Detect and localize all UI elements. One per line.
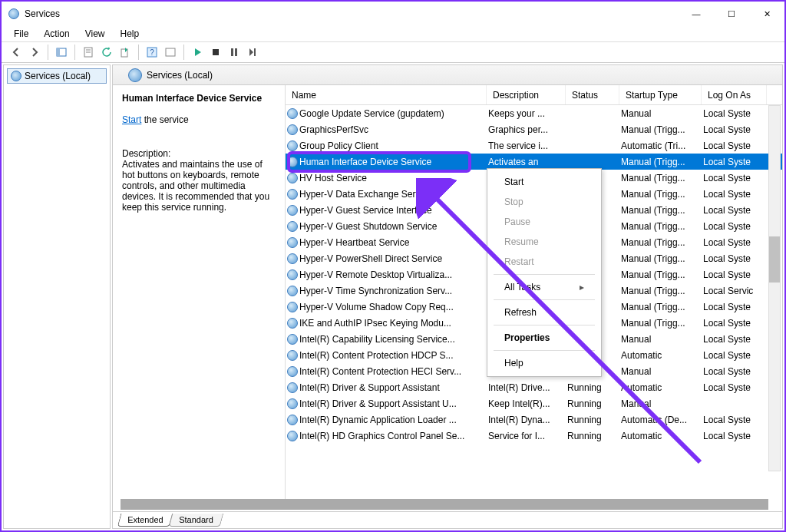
pause-service-button[interactable] <box>226 44 243 61</box>
gear-icon <box>287 124 298 135</box>
table-row[interactable]: Intel(R) Driver & Support AssistantIntel… <box>286 379 782 395</box>
svg-rect-1 <box>57 48 60 56</box>
service-logon: Local Syste <box>702 205 767 216</box>
help2-button[interactable] <box>162 44 179 61</box>
svg-text:?: ? <box>150 48 154 57</box>
service-name: Human Interface Device Service <box>299 157 431 167</box>
table-row[interactable]: Group Policy ClientThe service i...Autom… <box>286 137 782 154</box>
service-startup: Manual (Trigg... <box>619 124 702 135</box>
gear-icon <box>287 398 298 409</box>
service-startup: Automatic <box>619 350 702 361</box>
service-name: Hyper-V Heartbeat Service <box>299 237 409 248</box>
table-row[interactable]: Human Interface Device ServiceActivates … <box>286 154 782 170</box>
right-header: Services (Local) <box>113 65 782 85</box>
service-name: GraphicsPerfSvc <box>299 124 368 135</box>
right-header-label: Services (Local) <box>147 70 213 81</box>
tab-extended[interactable]: Extended <box>117 514 173 527</box>
col-startup-type[interactable]: Startup Type <box>619 85 702 104</box>
service-logon: Local Syste <box>702 334 767 345</box>
horizontal-scrollbar[interactable] <box>121 499 768 510</box>
tree-root-node[interactable]: Services (Local) <box>7 68 107 84</box>
service-desc: Graphics per... <box>487 124 566 135</box>
table-row[interactable]: GraphicsPerfSvcGraphics per...Manual (Tr… <box>286 121 782 137</box>
menu-help[interactable]: Help <box>114 27 146 41</box>
gear-icon <box>287 431 298 441</box>
properties-button[interactable] <box>80 44 97 61</box>
title-bar: Services — ☐ ✕ <box>2 2 784 26</box>
table-row[interactable]: Intel(R) Dynamic Application Loader ...I… <box>286 411 782 428</box>
service-startup: Manual (Trigg... <box>619 237 702 248</box>
table-row[interactable]: Intel(R) Driver & Support Assistant U...… <box>286 395 782 411</box>
help-button[interactable]: ? <box>144 44 160 61</box>
service-desc: Intel(R) Dyna... <box>487 415 566 425</box>
stop-service-button[interactable] <box>207 44 224 61</box>
service-name: IKE and AuthIP IPsec Keying Modu... <box>299 318 451 329</box>
column-headers: Name Description Status Startup Type Log… <box>286 85 782 105</box>
col-logon-as[interactable]: Log On As <box>702 85 767 104</box>
service-logon: Local Syste <box>702 108 767 119</box>
gear-icon <box>287 189 298 200</box>
service-logon: Local Syste <box>702 318 767 329</box>
service-logon: Local Syste <box>702 366 767 377</box>
maximize-button[interactable]: ☐ <box>714 2 749 26</box>
service-status: Running <box>566 431 619 441</box>
forward-button[interactable] <box>26 44 43 61</box>
col-status[interactable]: Status <box>566 85 619 104</box>
service-name: HV Host Service <box>299 173 367 183</box>
tab-standard[interactable]: Standard <box>169 514 223 527</box>
service-startup: Automatic (De... <box>619 415 702 425</box>
ctx-help[interactable]: Help <box>489 353 599 373</box>
menu-bar: File Action View Help <box>2 26 784 41</box>
menu-view[interactable]: View <box>79 27 111 41</box>
gear-icon <box>287 318 298 329</box>
services-list[interactable]: Name Description Status Startup Type Log… <box>286 85 782 499</box>
service-name: Intel(R) Content Protection HDCP S... <box>299 350 454 361</box>
ctx-pause: Pause <box>489 212 599 232</box>
table-row[interactable]: Google Update Service (gupdatem)Keeps yo… <box>286 105 782 121</box>
tree-pane[interactable]: Services (Local) <box>3 64 111 529</box>
service-name: Hyper-V Guest Service Interface <box>299 205 432 216</box>
menu-file[interactable]: File <box>8 27 35 41</box>
tree-root-label: Services (Local) <box>25 71 91 81</box>
start-service-link[interactable]: Start <box>122 114 141 125</box>
service-logon: Local Syste <box>702 237 767 248</box>
bottom-tabs: Extended Standard <box>113 511 782 528</box>
gear-icon <box>287 302 298 312</box>
service-logon: Local Syste <box>702 189 767 200</box>
svg-rect-8 <box>166 48 175 56</box>
minimize-button[interactable]: — <box>679 2 714 26</box>
close-button[interactable]: ✕ <box>749 2 784 26</box>
show-hide-pane-button[interactable] <box>53 44 70 61</box>
service-startup: Manual (Trigg... <box>619 221 702 232</box>
ctx-properties[interactable]: Properties <box>489 328 599 348</box>
gear-icon <box>287 382 298 393</box>
service-status: Running <box>566 398 619 409</box>
gear-icon <box>287 108 298 119</box>
export-button[interactable] <box>117 44 134 61</box>
vertical-scrollbar[interactable] <box>768 105 781 471</box>
service-logon: Local Syste <box>702 302 767 312</box>
service-name: Google Update Service (gupdatem) <box>299 108 444 119</box>
service-status: Running <box>566 382 619 393</box>
table-row[interactable]: Intel(R) HD Graphics Control Panel Se...… <box>286 428 782 444</box>
menu-action[interactable]: Action <box>38 27 75 41</box>
ctx-all-tasks[interactable]: All Tasks <box>489 277 599 297</box>
service-logon: Local Syste <box>702 124 767 135</box>
service-desc: Intel(R) Drive... <box>487 382 566 393</box>
start-service-button[interactable] <box>189 44 206 61</box>
col-name[interactable]: Name <box>286 85 487 104</box>
service-logon: Local Syste <box>702 157 767 167</box>
gear-icon <box>287 253 298 264</box>
ctx-refresh[interactable]: Refresh <box>489 302 599 322</box>
service-name: Hyper-V Guest Shutdown Service <box>299 221 437 232</box>
col-description[interactable]: Description <box>487 85 566 104</box>
service-startup: Manual (Trigg... <box>619 286 702 296</box>
ctx-start[interactable]: Start <box>489 172 599 192</box>
gear-icon <box>287 173 298 183</box>
restart-service-button[interactable] <box>244 44 261 61</box>
back-button[interactable] <box>8 44 25 61</box>
service-startup: Automatic <box>619 382 702 393</box>
context-menu[interactable]: Start Stop Pause Resume Restart All Task… <box>487 168 602 377</box>
refresh-button[interactable] <box>98 44 115 61</box>
service-logon: Local Syste <box>702 221 767 232</box>
